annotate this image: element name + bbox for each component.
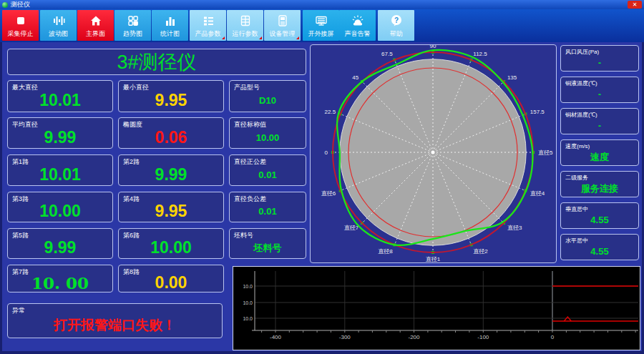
toolbar-button-label: 产品参数 <box>190 29 226 39</box>
svg-text:0: 0 <box>551 334 555 340</box>
status-cell-1: 风口风压(Pa)- <box>560 45 639 72</box>
trend-chart-panel: 10.010.010.0-400-300-200-1000 <box>233 266 640 350</box>
toolbar-button-label: 运行参数 <box>227 29 263 39</box>
svg-text:0: 0 <box>325 149 328 156</box>
svg-text:?: ? <box>394 16 398 24</box>
cell-value: 10.01 <box>8 90 112 111</box>
svg-text:-100: -100 <box>477 334 489 340</box>
status-cell-5: 二级服务服务连接 <box>560 171 639 197</box>
svg-text:-300: -300 <box>339 334 351 340</box>
toolbar-button-label: 帮助 <box>378 29 414 39</box>
toolbar-button-label: 趋势图 <box>114 29 151 39</box>
cell-value: 10.01 <box>8 164 112 185</box>
cell-value: 10.00 <box>8 202 112 221</box>
cell-value: 10. 00 <box>8 275 112 291</box>
measure-cell-r6c2: 第8路0.00 <box>118 265 224 292</box>
cell-value: 10.00 <box>119 238 223 257</box>
measure-cell-r3c2: 第2路9.99 <box>118 154 224 186</box>
toolbar-button-8[interactable]: 设备管理 <box>264 10 301 41</box>
svg-text:直径8: 直径8 <box>378 248 393 255</box>
svg-text:22.5: 22.5 <box>325 109 336 115</box>
measure-cell-r5c2: 第6路10.00 <box>118 228 224 259</box>
cell-value: - <box>561 87 638 102</box>
toolbar-button-7[interactable]: 运行参数 <box>227 10 263 41</box>
measure-cell-r1c1: 最大直径10.01 <box>7 80 113 112</box>
grid4-icon <box>114 13 151 29</box>
svg-text:67.5: 67.5 <box>381 51 393 57</box>
svg-text:直径2: 直径2 <box>473 248 488 255</box>
svg-text:112.5: 112.5 <box>473 51 487 57</box>
measure-cell-r5c3: 坯料号坯料号 <box>229 228 306 259</box>
roundness-chart-panel: 022.54567.590112.5135157.5直径5直径4直径3直径2直径… <box>310 44 557 263</box>
svg-text:157.5: 157.5 <box>530 109 545 115</box>
toolbar-button-2[interactable]: 波动图 <box>40 10 77 41</box>
svg-text:直径6: 直径6 <box>321 190 336 197</box>
measure-cell-r5c1: 第5路9.99 <box>7 228 113 259</box>
close-icon[interactable]: ✕ <box>628 1 642 9</box>
toolbar-button-1[interactable]: 采集停止 <box>2 10 39 41</box>
measure-cell-r3c3: 直径正公差0.01 <box>229 154 306 186</box>
toolbar-button-label: 波动图 <box>40 29 77 39</box>
device-icon <box>264 13 301 29</box>
toolbar-button-10[interactable]: 声音告警 <box>339 10 376 41</box>
toolbar-button-label: 主界面 <box>77 29 114 39</box>
window-title: 测径仪 <box>11 0 30 9</box>
cell-value: 坯料号 <box>230 238 306 257</box>
dropdown-arrow-icon <box>222 34 225 39</box>
svg-text:直径7: 直径7 <box>344 225 359 231</box>
toolbar-button-label: 设备管理 <box>264 29 301 39</box>
cell-value: 0.06 <box>119 127 223 147</box>
toolbar-button-5[interactable]: 统计图 <box>152 10 188 41</box>
toolbar-button-label: 开外接屏 <box>303 29 339 39</box>
alarm-cell: 异常 打开报警端口失败！ <box>7 303 223 338</box>
measure-cell-r4c3: 直径负公差0.01 <box>229 192 306 222</box>
svg-text:10.0: 10.0 <box>243 316 253 321</box>
svg-text:直径1: 直径1 <box>426 256 441 262</box>
measure-cell-r1c3: 产品型号D10 <box>229 80 306 112</box>
svg-text:-400: -400 <box>270 334 282 340</box>
stop-icon <box>2 13 39 29</box>
svg-text:-200: -200 <box>408 334 420 340</box>
toolbar-button-6[interactable]: 产品参数 <box>190 10 226 41</box>
measuring-gauge-app: 测径仪 ✕ 采集停止波动图主界面趋势图统计图产品参数运行参数设备管理开外接屏声音… <box>0 0 644 354</box>
barchart-icon <box>152 13 188 29</box>
measure-cell-r1c2: 最小直径9.95 <box>118 80 224 112</box>
gauge-title-box: 3#测径仪 <box>7 49 306 75</box>
status-cell-3: 铜材温度(℃)- <box>560 108 639 134</box>
cell-value: 10.00 <box>230 127 306 147</box>
siren-icon <box>339 13 376 29</box>
trend-chart: 10.010.010.0-400-300-200-1000 <box>233 267 640 350</box>
home-icon <box>77 13 114 29</box>
cell-value: 9.99 <box>8 127 112 147</box>
status-cell-6: 垂直居中4.55 <box>560 202 639 229</box>
cell-value: 0.00 <box>119 275 223 291</box>
toolbar-button-9[interactable]: 开外接屏 <box>303 10 339 41</box>
gauge-title: 3#测径仪 <box>117 49 196 75</box>
svg-text:直径5: 直径5 <box>538 149 553 156</box>
toolbar: 采集停止波动图主界面趋势图统计图产品参数运行参数设备管理开外接屏声音告警?帮助 <box>0 9 644 42</box>
toolbar-button-label: 采集停止 <box>2 29 39 39</box>
toolbar-button-4[interactable]: 趋势图 <box>114 10 151 41</box>
toolbar-button-3[interactable]: 主界面 <box>77 10 114 41</box>
alarm-message: 打开报警端口失败！ <box>8 313 222 337</box>
monitor-icon <box>303 13 339 29</box>
cell-value: D10 <box>230 90 306 111</box>
cell-value: 9.99 <box>8 238 112 257</box>
cell-value: 速度 <box>561 149 638 164</box>
dropdown-arrow-icon <box>296 34 299 39</box>
measure-cell-r4c1: 第3路10.00 <box>7 192 113 222</box>
cell-value: 服务连接 <box>561 181 638 196</box>
cell-value: 9.95 <box>119 90 223 111</box>
toolbar-button-11[interactable]: ?帮助 <box>378 10 414 41</box>
measure-cell-r3c1: 第1路10.01 <box>7 154 113 186</box>
svg-text:135: 135 <box>507 74 517 81</box>
cell-value: 0.01 <box>230 202 306 221</box>
cell-value: 4.55 <box>561 212 638 227</box>
svg-text:90: 90 <box>430 45 436 49</box>
help-icon: ? <box>378 13 414 29</box>
roundness-chart: 022.54567.590112.5135157.5直径5直径4直径3直径2直径… <box>311 45 556 262</box>
window-titlebar: 测径仪 ✕ <box>0 0 644 9</box>
cell-value: - <box>561 118 638 133</box>
measure-cell-r2c3: 直径标称值10.00 <box>229 117 306 149</box>
measure-cell-r6c1: 第7路10. 00 <box>7 265 113 292</box>
